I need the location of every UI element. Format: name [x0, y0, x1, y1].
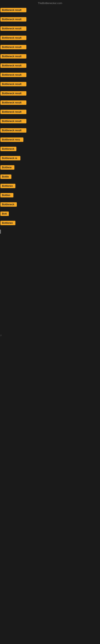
bottleneck-badge-14[interactable]: Bottleneck resu [0, 138, 23, 142]
result-row-7: Bottleneck result [0, 70, 100, 80]
result-row-17: Bottlene [0, 163, 100, 172]
cursor-container [0, 228, 100, 236]
bottleneck-badge-9[interactable]: Bottleneck result [0, 91, 26, 96]
bottleneck-badge-6[interactable]: Bottleneck result [0, 64, 26, 68]
bottleneck-badge-10[interactable]: Bottleneck result [0, 100, 26, 105]
bottleneck-badge-23[interactable]: Bottlenec [0, 221, 15, 225]
result-row-2: Bottleneck result [0, 24, 100, 33]
bottleneck-badge-19[interactable]: Bottlenec [0, 184, 15, 188]
result-row-18: Bottle [0, 172, 100, 181]
result-row-23: Bottlenec [0, 218, 100, 228]
result-row-15: Bottleneck [0, 144, 100, 154]
bottleneck-badge-15[interactable]: Bottleneck [0, 147, 16, 151]
result-row-20: Bottlen [0, 190, 100, 200]
results-container: Bottleneck resultBottleneck resultBottle… [0, 6, 100, 228]
result-row-16: Bottleneck re [0, 154, 100, 163]
cursor-indicator [0, 230, 1, 234]
result-row-12: Bottleneck result [0, 116, 100, 126]
bottom-container: p [0, 236, 100, 482]
bottleneck-badge-13[interactable]: Bottleneck result [0, 128, 26, 132]
site-header: TheBottlenecker.com [0, 0, 100, 6]
bottleneck-badge-12[interactable]: Bottleneck result [0, 119, 26, 123]
result-row-3: Bottleneck result [0, 33, 100, 42]
bottleneck-badge-5[interactable]: Bottleneck result [0, 54, 26, 58]
result-row-11: Bottleneck result [0, 107, 100, 116]
bottom-label-p: p [0, 333, 100, 337]
bottleneck-badge-22[interactable]: Bott [0, 212, 9, 216]
bottleneck-badge-7[interactable]: Bottleneck result [0, 73, 26, 77]
bottleneck-badge-4[interactable]: Bottleneck result [0, 45, 26, 49]
result-row-8: Bottleneck result [0, 80, 100, 89]
bottleneck-badge-0[interactable]: Bottleneck result [0, 8, 26, 12]
result-row-5: Bottleneck result [0, 52, 100, 61]
bottleneck-badge-20[interactable]: Bottlen [0, 193, 13, 198]
bottleneck-badge-18[interactable]: Bottle [0, 174, 11, 179]
result-row-9: Bottleneck result [0, 89, 100, 98]
result-row-19: Bottlenec [0, 181, 100, 190]
result-row-10: Bottleneck result [0, 98, 100, 107]
site-title: TheBottlenecker.com [38, 2, 62, 5]
bottleneck-badge-21[interactable]: Bottleneck [0, 202, 17, 207]
result-row-4: Bottleneck result [0, 42, 100, 52]
result-row-22: Bott [0, 209, 100, 218]
bottleneck-badge-1[interactable]: Bottleneck result [0, 17, 26, 22]
result-row-1: Bottleneck result [0, 15, 100, 24]
bottleneck-badge-2[interactable]: Bottleneck result [0, 26, 26, 31]
result-row-21: Bottleneck [0, 200, 100, 209]
bottleneck-badge-11[interactable]: Bottleneck result [0, 110, 26, 114]
result-row-0: Bottleneck result [0, 6, 100, 15]
bottleneck-badge-17[interactable]: Bottlene [0, 165, 14, 170]
result-row-6: Bottleneck result [0, 61, 100, 70]
bottleneck-badge-3[interactable]: Bottleneck result [0, 36, 26, 40]
result-row-14: Bottleneck resu [0, 135, 100, 144]
bottleneck-badge-16[interactable]: Bottleneck re [0, 156, 20, 160]
result-row-13: Bottleneck result [0, 126, 100, 135]
bottleneck-badge-8[interactable]: Bottleneck result [0, 82, 26, 86]
